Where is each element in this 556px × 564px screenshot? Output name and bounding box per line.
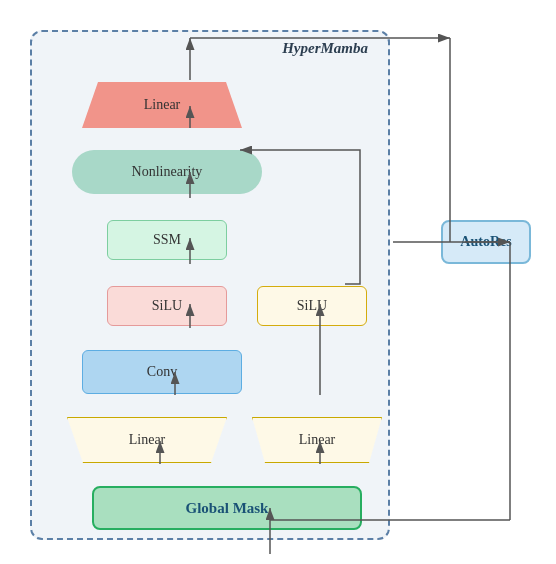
hypermamba-box: HyperMamba Linear Nonlinearity SSM SiLU … xyxy=(30,30,390,540)
silu-right-block: SiLU xyxy=(257,286,367,326)
ssm-block: SSM xyxy=(107,220,227,260)
nonlinearity-block: Nonlinearity xyxy=(72,150,262,194)
autores-block: AutoRes xyxy=(441,220,531,264)
linear-top-block: Linear xyxy=(82,82,242,128)
diagram-container: HyperMamba Linear Nonlinearity SSM SiLU … xyxy=(10,10,546,554)
silu-left-block: SiLU xyxy=(107,286,227,326)
conv-label: Conv xyxy=(147,364,177,380)
ssm-label: SSM xyxy=(153,232,181,248)
linear-bottom-right-label: Linear xyxy=(299,432,336,448)
linear-top-label: Linear xyxy=(144,97,181,113)
silu-left-label: SiLU xyxy=(152,298,182,314)
linear-bottom-right-block: Linear xyxy=(252,417,382,463)
linear-bottom-left-label: Linear xyxy=(129,432,166,448)
hypermamba-label: HyperMamba xyxy=(282,40,368,57)
global-mask-block: Global Mask xyxy=(92,486,362,530)
linear-bottom-left-block: Linear xyxy=(67,417,227,463)
silu-right-label: SiLU xyxy=(297,298,327,314)
global-mask-label: Global Mask xyxy=(186,500,269,517)
nonlinearity-label: Nonlinearity xyxy=(132,164,203,180)
conv-block: Conv xyxy=(82,350,242,394)
autores-label: AutoRes xyxy=(460,234,511,250)
